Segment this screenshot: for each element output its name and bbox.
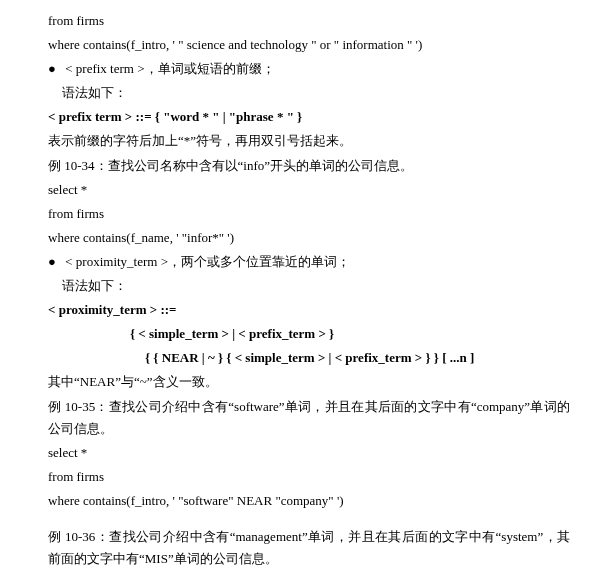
- proximity-term-text: < proximity_term >，两个或多个位置靠近的单词；: [65, 254, 350, 269]
- prefix-term-text: < prefix term >，单词或短语的前缀；: [65, 61, 274, 76]
- syntax-label: 语法如下：: [62, 82, 570, 104]
- bullet-icon: ●: [48, 251, 62, 273]
- code-line: select *: [48, 179, 570, 201]
- example-10-35-title: 例 10-35：查找公司介绍中含有“software”单词，并且在其后面的文字中…: [48, 396, 570, 440]
- code-line: select *: [48, 442, 570, 464]
- prox-desc: 其中“NEAR”与“~”含义一致。: [48, 371, 570, 393]
- code-line: where contains(f_name, ' "infor*" '): [48, 227, 570, 249]
- bnf-prox-2: { < simple_term > | < prefix_term > }: [130, 323, 570, 345]
- code-line: from firms: [48, 10, 570, 32]
- bnf-prefix: < prefix term > ::= { "word * " | "phras…: [48, 106, 570, 128]
- code-line: from firms: [48, 203, 570, 225]
- bullet-proximity-term: ● < proximity_term >，两个或多个位置靠近的单词；: [48, 251, 570, 273]
- example-10-34-title: 例 10-34：查找公司名称中含有以“info”开头的单词的公司信息。: [48, 155, 570, 177]
- example-10-36-title: 例 10-36：查找公司介绍中含有“management”单词，并且在其后面的文…: [48, 526, 570, 570]
- bullet-icon: ●: [48, 58, 62, 80]
- syntax-label: 语法如下：: [62, 275, 570, 297]
- bnf-prox-3: { { NEAR | ~ } { < simple_term > | < pre…: [145, 347, 570, 369]
- bnf-prox-1: < proximity_term > ::=: [48, 299, 570, 321]
- code-line: where contains(f_intro, ' "software" NEA…: [48, 490, 570, 512]
- bullet-prefix-term: ● < prefix term >，单词或短语的前缀；: [48, 58, 570, 80]
- prefix-desc: 表示前缀的字符后加上“*”符号，再用双引号括起来。: [48, 130, 570, 152]
- code-line: where contains(f_intro, ' " science and …: [48, 34, 570, 56]
- code-line: from firms: [48, 466, 570, 488]
